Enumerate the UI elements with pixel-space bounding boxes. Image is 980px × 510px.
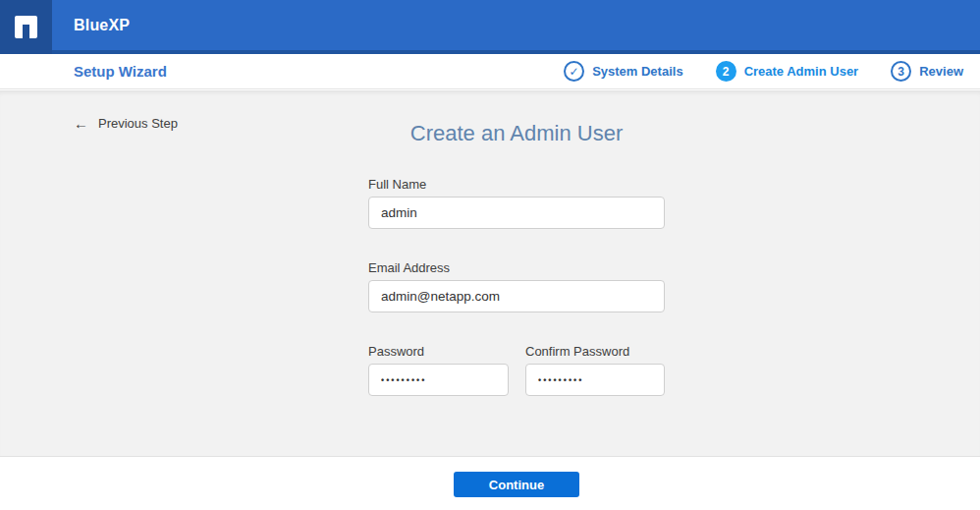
confirm-password-input[interactable] xyxy=(525,364,665,396)
step-check-icon: ✓ xyxy=(564,61,584,82)
wizard-stepper: ✓ System Details 2 Create Admin User 3 R… xyxy=(564,61,963,82)
previous-step-link[interactable]: ← Previous Step xyxy=(74,116,178,131)
app-title: BlueXP xyxy=(74,0,130,50)
step-number-badge: 3 xyxy=(891,61,911,82)
step-create-admin-user[interactable]: 2 Create Admin User xyxy=(716,61,859,82)
email-input[interactable] xyxy=(368,280,665,312)
step-number-badge: 2 xyxy=(716,61,736,82)
full-name-label: Full Name xyxy=(368,177,426,192)
netapp-logo-icon xyxy=(15,16,37,38)
wizard-bar: Setup Wizard ✓ System Details 2 Create A… xyxy=(0,54,980,89)
email-label: Email Address xyxy=(368,260,450,275)
continue-button[interactable]: Continue xyxy=(454,472,579,497)
step-label: Create Admin User xyxy=(744,64,859,79)
password-input[interactable] xyxy=(368,364,509,396)
step-label: System Details xyxy=(592,64,683,79)
step-label: Review xyxy=(919,64,963,79)
password-label: Password xyxy=(368,344,424,359)
top-app-bar: BlueXP xyxy=(0,0,980,54)
back-arrow-icon: ← xyxy=(74,116,88,131)
bluexp-setup-wizard-page: BlueXP Setup Wizard ✓ System Details 2 C… xyxy=(0,0,980,510)
step-review[interactable]: 3 Review xyxy=(891,61,963,82)
full-name-input[interactable] xyxy=(368,197,665,229)
wizard-title: Setup Wizard xyxy=(74,63,167,80)
previous-step-label: Previous Step xyxy=(98,116,178,131)
page-title: Create an Admin User xyxy=(368,121,665,146)
step-system-details[interactable]: ✓ System Details xyxy=(564,61,683,82)
netapp-logo-container xyxy=(0,0,52,54)
confirm-password-label: Confirm Password xyxy=(525,344,629,359)
